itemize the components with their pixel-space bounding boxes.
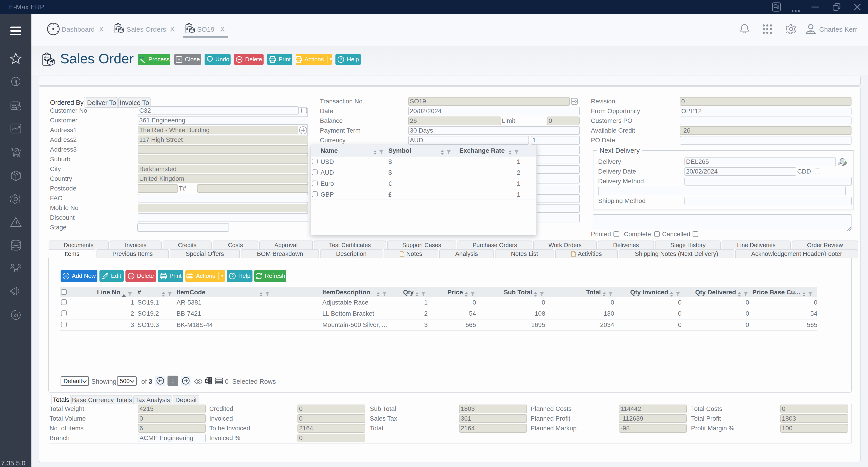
svg-text:?: ? [340,57,342,62]
svg-text:?: ? [231,274,234,278]
svg-text:24: 24 [13,313,18,317]
